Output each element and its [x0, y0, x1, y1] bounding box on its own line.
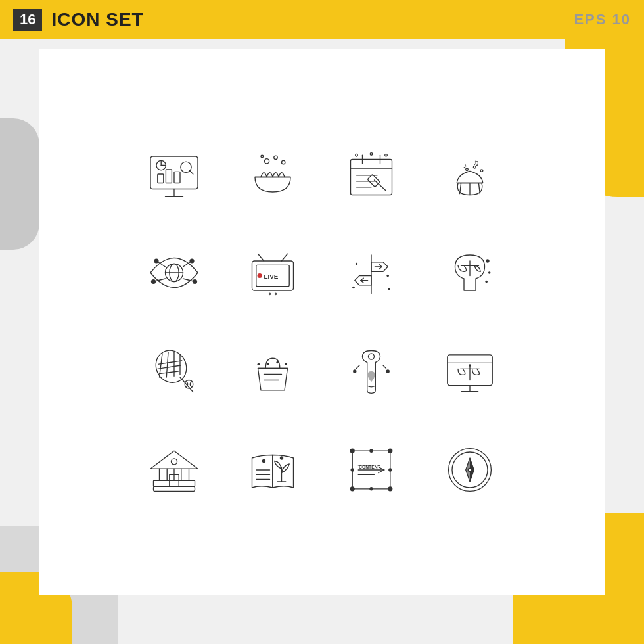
icon-calendar-event [325, 128, 417, 220]
bg-decoration-left [0, 118, 39, 250]
icon-content-frame: CONTENT [325, 424, 417, 516]
svg-point-26 [370, 153, 373, 156]
svg-point-27 [385, 154, 388, 156]
svg-point-119 [369, 487, 373, 490]
header-title: ICON SET [51, 9, 143, 30]
svg-rect-4 [166, 170, 172, 183]
icon-grid: ♪ ♫ [128, 128, 516, 516]
svg-point-66 [485, 281, 488, 283]
svg-rect-24 [367, 174, 380, 187]
svg-point-80 [267, 363, 269, 365]
svg-rect-97 [154, 480, 195, 486]
svg-point-83 [258, 363, 260, 365]
icon-justice-mind [424, 227, 516, 319]
svg-line-85 [357, 365, 360, 369]
header-eps: EPS 10 [574, 11, 631, 28]
svg-line-32 [479, 183, 480, 193]
icon-door-hanger-love [325, 325, 417, 417]
svg-point-112 [280, 456, 283, 459]
svg-point-82 [285, 363, 287, 365]
svg-point-53 [269, 293, 271, 296]
svg-line-71 [160, 371, 179, 374]
svg-marker-103 [150, 451, 198, 469]
svg-point-116 [350, 486, 355, 491]
svg-point-117 [388, 486, 392, 491]
icon-monitor-analytics [128, 128, 220, 220]
icon-bank-building [128, 424, 220, 516]
svg-line-86 [383, 365, 386, 369]
icon-open-book-plant [227, 424, 319, 516]
svg-point-50 [258, 273, 262, 278]
svg-line-30 [460, 183, 461, 193]
svg-line-69 [159, 361, 182, 364]
svg-text:LIVE: LIVE [264, 273, 279, 280]
svg-point-60 [352, 287, 355, 289]
header-bar: 16 ICON SET EPS 10 [0, 0, 644, 39]
svg-point-115 [388, 449, 392, 453]
svg-point-130 [468, 468, 471, 471]
svg-point-35 [480, 170, 483, 172]
icon-food-bowl [227, 128, 319, 220]
svg-point-111 [262, 459, 265, 463]
svg-point-54 [275, 293, 277, 296]
svg-point-88 [386, 369, 390, 373]
svg-point-105 [172, 459, 177, 465]
svg-point-120 [351, 468, 354, 471]
svg-point-59 [386, 275, 389, 277]
svg-point-114 [350, 449, 355, 453]
svg-point-95 [469, 364, 471, 367]
svg-point-84 [369, 354, 375, 359]
icon-card: ♪ ♫ [39, 49, 605, 595]
icon-shopping-bag [227, 325, 319, 417]
svg-point-58 [356, 263, 358, 265]
icon-law-monitor [424, 325, 516, 417]
svg-line-43 [156, 261, 166, 267]
svg-point-13 [274, 156, 277, 159]
svg-rect-5 [174, 172, 180, 183]
icon-signpost-directions [325, 227, 417, 319]
icon-eye-globe-network [128, 227, 220, 319]
svg-point-81 [276, 361, 279, 364]
svg-rect-16 [351, 160, 392, 195]
svg-point-33 [466, 168, 469, 171]
svg-point-118 [369, 449, 373, 453]
svg-point-65 [488, 271, 491, 274]
svg-point-87 [353, 369, 356, 373]
svg-point-12 [264, 159, 269, 164]
svg-point-15 [261, 155, 264, 158]
svg-point-14 [282, 160, 285, 164]
svg-point-121 [388, 468, 392, 471]
svg-line-73 [166, 352, 168, 377]
svg-rect-96 [154, 486, 195, 491]
header-number: 16 [13, 9, 42, 31]
svg-point-64 [486, 259, 489, 262]
svg-rect-3 [158, 174, 164, 183]
svg-line-7 [189, 171, 193, 174]
svg-line-44 [183, 261, 193, 267]
icon-tennis-racket [128, 325, 220, 417]
icon-live-tv: LIVE [227, 227, 319, 319]
svg-line-52 [282, 254, 288, 261]
svg-line-51 [258, 254, 264, 261]
icon-compass [424, 424, 516, 516]
icon-music-cupcake: ♪ ♫ [424, 128, 516, 220]
svg-point-61 [388, 288, 390, 290]
svg-point-25 [356, 154, 358, 156]
